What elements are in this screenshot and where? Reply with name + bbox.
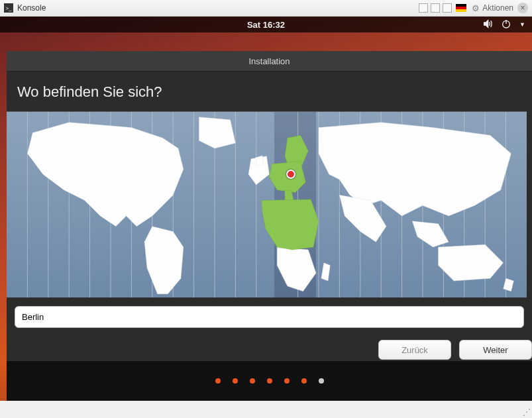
clock[interactable]: Sat 16:32 <box>247 20 285 30</box>
page-title: Wo befinden Sie sich? <box>7 72 532 111</box>
timezone-input[interactable] <box>15 306 524 328</box>
gear-icon[interactable]: ⚙ <box>472 3 480 13</box>
window-title: Konsole <box>17 3 46 13</box>
progress-dot <box>319 378 324 384</box>
terminal-icon <box>4 3 13 13</box>
close-button[interactable]: × <box>517 3 528 13</box>
progress-dot <box>301 378 307 384</box>
power-icon[interactable] <box>501 19 511 31</box>
installer-titlebar: Installation <box>7 51 532 72</box>
resize-grip-icon[interactable]: ⋰ <box>523 407 531 417</box>
timezone-map[interactable] <box>7 111 527 298</box>
progress-dots <box>7 361 532 401</box>
back-button[interactable]: Zurück <box>378 340 451 360</box>
maximize-button[interactable] <box>431 3 440 13</box>
progress-dot <box>233 378 238 384</box>
restore-button[interactable] <box>443 3 452 13</box>
installer-window: Installation Wo befinden Sie sich? <box>7 51 532 401</box>
actions-menu[interactable]: Aktionen <box>482 3 513 13</box>
progress-dot <box>250 378 255 384</box>
progress-dot <box>284 378 290 384</box>
window-titlebar: Konsole ⚙ Aktionen × <box>0 0 532 17</box>
volume-icon[interactable] <box>482 19 493 31</box>
progress-dot <box>215 378 221 384</box>
desktop-background: Sat 16:32 ▼ Installation Wo befinden Sie… <box>0 17 532 401</box>
minimize-button[interactable] <box>419 3 428 13</box>
world-map-svg <box>7 112 527 298</box>
chevron-down-icon[interactable]: ▼ <box>519 21 525 28</box>
progress-dot <box>267 378 272 384</box>
next-button[interactable]: Weiter <box>459 340 532 360</box>
keyboard-layout-flag-icon[interactable] <box>456 4 466 12</box>
system-topbar: Sat 16:32 ▼ <box>0 17 532 32</box>
